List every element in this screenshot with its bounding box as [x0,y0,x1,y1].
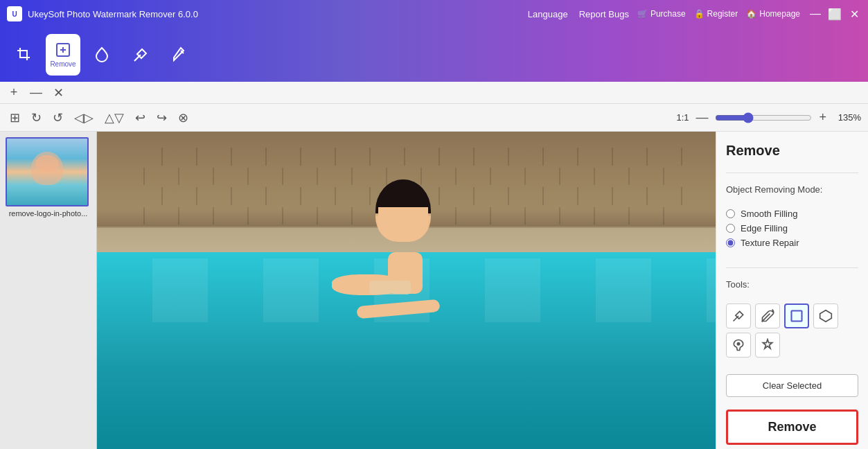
rotate-ccw-btn[interactable]: ↺ [50,109,66,127]
image-thumbnail[interactable] [6,137,89,206]
mode-smooth[interactable]: Smooth Filling [726,209,858,219]
app-logo: U [7,6,22,21]
app-title: UkeySoft Photo Watermark Remover 6.0.0 [28,9,528,19]
mode-texture[interactable]: Texture Repair [726,238,858,248]
tools-label: Tools: [726,279,858,290]
main-toolbar: Remove [0,28,868,82]
app-controls-bar: + — ✕ [0,82,868,104]
cancel-btn[interactable]: ⊗ [175,109,191,127]
close-btn[interactable]: ✕ [847,8,861,21]
cart-icon: 🛒 [637,9,648,19]
svg-point-4 [737,343,739,345]
purchase-btn[interactable]: 🛒 Purchase [637,9,686,19]
grid-btn[interactable]: ⊞ [7,109,23,127]
homepage-btn[interactable]: 🏠 Homepage [746,9,800,19]
clear-selected-button[interactable]: Clear Selected [726,374,858,397]
canvas-area[interactable] [97,132,716,449]
undo-btn[interactable]: ↩ [132,109,148,127]
zoom-slider[interactable] [715,112,812,123]
edit-toolbar: ⊞ ↻ ↺ ◁▷ △▽ ↩ ↪ ⊗ 1:1 — + 135% [0,104,868,132]
mode-edge[interactable]: Edge Filling [726,223,858,234]
zoom-area: 1:1 — + 135% [676,109,861,126]
zoom-out-btn[interactable]: — [693,109,711,126]
tool-rect-btn[interactable] [784,303,809,328]
zoom-ratio-label: 1:1 [676,112,689,123]
tool-remove[interactable]: Remove [46,34,80,76]
tool-polygon-btn[interactable] [813,303,838,328]
register-btn[interactable]: 🔒 Register [694,9,738,19]
tool-fill[interactable] [85,34,119,76]
flip-h-btn[interactable]: ◁▷ [71,109,96,127]
svg-marker-3 [820,310,832,322]
right-panel: Remove Object Removing Mode: Smooth Fill… [716,132,868,449]
add-file-btn[interactable]: + [6,85,22,100]
tool-pencil-btn[interactable] [726,303,751,328]
divider-2 [726,267,858,268]
titlebar-nav: Language Report Bugs [528,9,629,19]
window-controls: — ⬜ ✕ [808,8,861,21]
maximize-btn[interactable]: ⬜ [828,8,842,21]
titlebar-icons: 🛒 Purchase 🔒 Register 🏠 Homepage [637,9,800,19]
zoom-value-label: 135% [833,112,861,123]
tool-magic-btn[interactable] [755,333,780,358]
tool-lasso-btn[interactable] [726,333,751,358]
close-file-btn[interactable]: ✕ [50,85,67,100]
tool-remove-label: Remove [50,60,76,68]
minimize-btn[interactable]: — [808,8,822,20]
thumbnail-label: remove-logo-in-photo... [6,209,91,218]
flip-v-btn[interactable]: △▽ [102,109,127,127]
titlebar: U UkeySoft Photo Watermark Remover 6.0.0… [0,0,868,28]
divider-1 [726,173,858,173]
redo-btn[interactable]: ↪ [154,109,170,127]
mode-smooth-radio[interactable] [726,209,735,218]
tool-picker[interactable] [162,34,197,76]
mode-texture-radio[interactable] [726,238,735,247]
report-bugs-link[interactable]: Report Bugs [579,9,629,19]
home-icon: 🏠 [746,9,756,19]
object-removing-mode-label: Object Removing Mode: [726,184,858,195]
language-link[interactable]: Language [528,9,568,19]
panel-title: Remove [726,143,858,159]
lock-icon: 🔒 [694,9,705,19]
rotate-cw-btn[interactable]: ↻ [28,109,44,127]
left-panel: remove-logo-in-photo... [0,132,97,449]
mode-radio-group: Smooth Filling Edge Filling Texture Repa… [726,209,858,248]
mode-edge-radio[interactable] [726,224,735,233]
svg-rect-2 [792,311,802,322]
tool-crop[interactable] [7,34,42,76]
tool-brush-btn[interactable] [755,303,780,328]
zoom-in-btn[interactable]: + [816,109,829,126]
tool-brush[interactable] [123,34,158,76]
remove-button[interactable]: Remove [726,410,858,445]
main-content: remove-logo-in-photo... [0,132,868,449]
tools-row [726,303,858,358]
remove-file-btn[interactable]: — [28,85,44,100]
